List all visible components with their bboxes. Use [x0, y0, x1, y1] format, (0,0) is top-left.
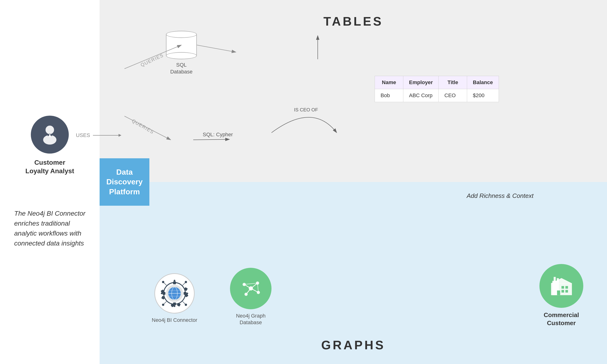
- col-employer: Employer: [403, 76, 439, 89]
- building-icon: [548, 275, 575, 297]
- svg-rect-57: [557, 290, 560, 295]
- bi-connector-icon: [154, 273, 195, 313]
- svg-rect-53: [561, 286, 564, 289]
- cell-name: Bob: [375, 89, 403, 102]
- svg-line-47: [244, 283, 257, 285]
- tables-section: TABLES SQL Database Name: [100, 0, 607, 182]
- col-balance: Balance: [467, 76, 499, 89]
- svg-line-44: [251, 283, 258, 289]
- uses-label: USES: [76, 132, 90, 138]
- avatar: [31, 116, 69, 154]
- svg-marker-69: [119, 134, 121, 137]
- sql-label: SQL Database: [170, 62, 193, 75]
- bi-connector-container: Neo4j BI Connector: [152, 273, 197, 324]
- tables-label: TABLES: [323, 14, 383, 28]
- right-wrapper: TABLES SQL Database Name: [100, 0, 607, 364]
- left-panel: Customer Loyalty Analyst The Neo4j BI Co…: [0, 0, 100, 364]
- svg-line-43: [244, 284, 251, 288]
- bi-connector-label: Neo4j BI Connector: [152, 317, 197, 324]
- svg-line-33: [183, 301, 186, 305]
- svg-point-0: [46, 126, 54, 134]
- col-name: Name: [375, 76, 403, 89]
- cell-title: CEO: [439, 89, 467, 102]
- persona-label: Customer Loyalty Analyst: [25, 158, 74, 176]
- graphs-section: GRAPHS: [100, 182, 607, 364]
- svg-line-31: [183, 282, 186, 285]
- svg-rect-55: [561, 290, 564, 292]
- ddp-label: Data Discovery Platform: [103, 167, 146, 197]
- data-table: Name Employer Title Balance Bob ABC Corp…: [375, 76, 499, 102]
- ddp-box: Data Discovery Platform: [100, 158, 149, 206]
- graphs-label: GRAPHS: [321, 338, 385, 352]
- commercial-label: Commercial Customer: [544, 311, 579, 327]
- add-richness-text: Add Richness & Context: [467, 192, 533, 200]
- table-row: Bob ABC Corp CEO $200: [375, 89, 499, 102]
- commercial-container: Commercial Customer: [540, 264, 583, 327]
- svg-rect-54: [565, 286, 568, 289]
- svg-line-46: [246, 288, 251, 294]
- persona-section: Customer Loyalty Analyst: [25, 116, 74, 176]
- svg-line-32: [163, 301, 166, 305]
- uses-arrow-icon: [93, 132, 121, 138]
- cell-employer: ABC Corp: [403, 89, 439, 102]
- uses-arrow-container: USES: [76, 132, 121, 138]
- commercial-icon: [540, 264, 583, 308]
- svg-line-30: [163, 282, 166, 285]
- main-container: Customer Loyalty Analyst The Neo4j BI Co…: [0, 0, 607, 364]
- description-text: The Neo4j BI Connector enriches traditio…: [14, 208, 85, 248]
- person-icon: [38, 123, 62, 146]
- svg-rect-56: [565, 290, 568, 292]
- gear-globe-icon: [160, 279, 189, 308]
- sql-database: SQL Database: [166, 31, 197, 75]
- ddp-container: Data Discovery Platform: [100, 158, 149, 206]
- graph-db-label: Neo4j Graph Database: [236, 312, 265, 326]
- graph-db-icon: [230, 268, 272, 309]
- svg-line-45: [251, 288, 258, 292]
- table-header-row: Name Employer Title Balance: [375, 76, 499, 89]
- network-icon: [240, 278, 262, 299]
- col-title: Title: [439, 76, 467, 89]
- graph-db-container: Neo4j Graph Database: [230, 268, 272, 326]
- cell-balance: $200: [467, 89, 499, 102]
